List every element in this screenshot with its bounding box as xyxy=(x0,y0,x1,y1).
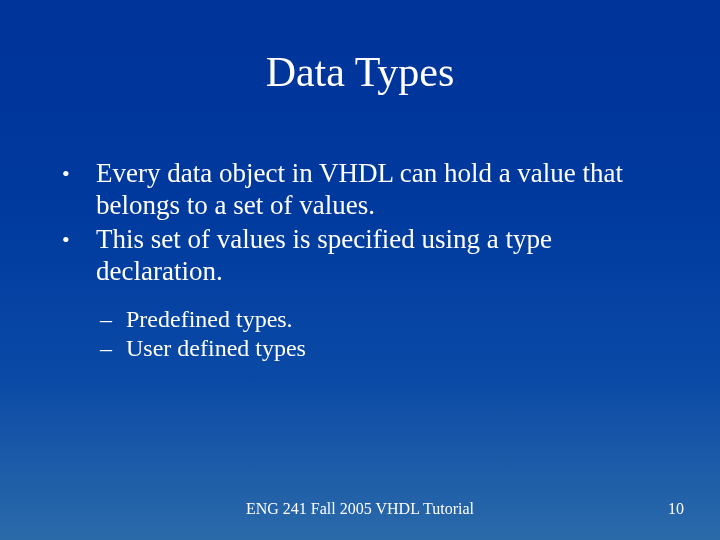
dash-icon: – xyxy=(100,334,126,362)
bullet-item: • Every data object in VHDL can hold a v… xyxy=(60,158,660,222)
footer-text: ENG 241 Fall 2005 VHDL Tutorial xyxy=(0,500,720,518)
dash-icon: – xyxy=(100,305,126,333)
slide-content: • Every data object in VHDL can hold a v… xyxy=(60,158,660,362)
bullet-text: This set of values is specified using a … xyxy=(96,224,660,288)
sub-bullet-text: User defined types xyxy=(126,334,306,362)
sub-bullet-list: – Predefined types. – User defined types xyxy=(100,305,660,362)
bullet-icon: • xyxy=(60,224,96,256)
page-number: 10 xyxy=(668,500,684,518)
sub-bullet-item: – Predefined types. xyxy=(100,305,660,333)
bullet-text: Every data object in VHDL can hold a val… xyxy=(96,158,660,222)
bullet-icon: • xyxy=(60,158,96,190)
bullet-item: • This set of values is specified using … xyxy=(60,224,660,288)
slide: Data Types • Every data object in VHDL c… xyxy=(0,0,720,540)
slide-title: Data Types xyxy=(0,48,720,96)
sub-bullet-item: – User defined types xyxy=(100,334,660,362)
sub-bullet-text: Predefined types. xyxy=(126,305,293,333)
